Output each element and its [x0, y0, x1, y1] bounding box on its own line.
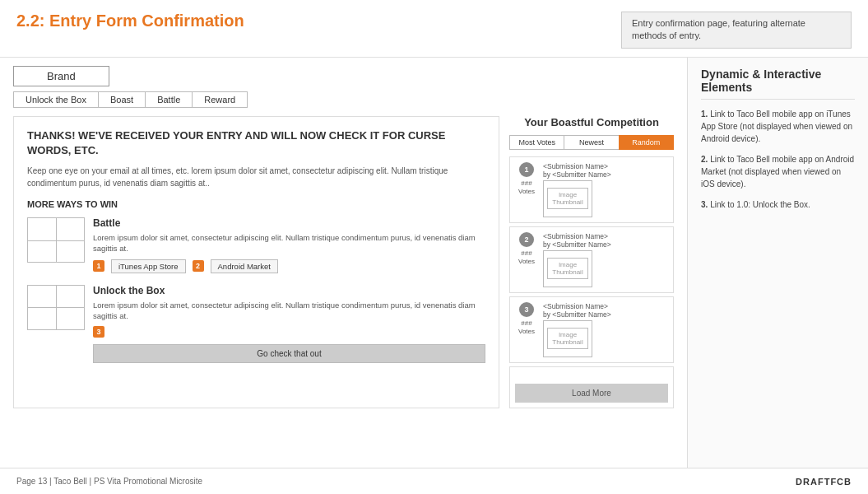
- go-check-button[interactable]: Go check that out: [93, 344, 485, 363]
- competition-item-1: 1 ###Votes <Submission Name>by <Submitte…: [509, 156, 674, 223]
- sidebar-item-3-num: 3.: [701, 200, 710, 209]
- votes-2: ###Votes: [518, 249, 535, 267]
- sidebar-heading: Dynamic & Interactive Elements: [701, 68, 855, 100]
- sidebar-item-2: 2. Link to Taco Bell mobile app on Andro…: [701, 153, 855, 190]
- sidebar-item-2-num: 2.: [701, 155, 710, 164]
- rank-area-2: 2 ###Votes: [515, 232, 538, 287]
- battle-desc: Lorem ipsum dolor sit amet, consectetur …: [93, 232, 485, 254]
- competition-item-3: 3 ###Votes <Submission Name>by <Submitte…: [509, 296, 674, 363]
- unlock-desc: Lorem ipsum dolor sit amet, consectetur …: [93, 300, 485, 322]
- badge-row-3: 3: [93, 326, 485, 338]
- page-footer: Page 13 | Taco Bell | PS Vita Promotiona…: [0, 468, 868, 494]
- tab-battle[interactable]: Battle: [145, 91, 192, 108]
- comp-info-2: <Submission Name>by <Submitter Name> Ima…: [543, 232, 668, 287]
- filter-tabs: Most Votes Newest Random: [509, 135, 674, 150]
- rank-area-1: 1 ###Votes: [515, 162, 538, 217]
- footer-left: Page 13 | Taco Bell | PS Vita Promotiona…: [16, 477, 202, 486]
- competition-item-2: 2 ###Votes <Submission Name>by <Submitte…: [509, 226, 674, 293]
- comp-thumb-2: ImageThumbnail: [543, 250, 592, 287]
- comp-thumb-inner-1: ImageThumbnail: [547, 188, 587, 209]
- rank-circle-3: 3: [519, 302, 534, 317]
- unlock-title: Unlock the Box: [93, 285, 485, 296]
- confirmation-heading: THANKS! WE'VE RECEIVED YOUR ENTRY AND WI…: [27, 128, 485, 158]
- comp-thumb-1: ImageThumbnail: [543, 180, 592, 217]
- brand-button[interactable]: Brand: [13, 66, 109, 86]
- battle-buttons: 1 iTunes App Store 2 Android Market: [93, 259, 485, 273]
- tab-boast[interactable]: Boast: [98, 91, 145, 108]
- comp-thumb-inner-3: ImageThumbnail: [547, 328, 587, 349]
- badge-1: 1: [93, 260, 104, 272]
- votes-1: ###Votes: [518, 179, 535, 197]
- filter-most-votes[interactable]: Most Votes: [509, 135, 564, 150]
- battle-title: Battle: [93, 217, 485, 229]
- battle-section: Battle Lorem ipsum dolor sit amet, conse…: [27, 217, 485, 273]
- competition-heading: Your Boastful Competition: [509, 116, 674, 128]
- unlock-cta-area: 3 Go check that out: [93, 326, 485, 363]
- badge-3: 3: [93, 326, 104, 338]
- unlock-content: Unlock the Box Lorem ipsum dolor sit ame…: [93, 285, 485, 364]
- sidebar-item-3-text: Link to 1.0: Unlock the Box.: [710, 200, 810, 209]
- right-sidebar: Dynamic & Interactive Elements 1. Link t…: [687, 58, 868, 481]
- load-more-area: Load More: [509, 366, 674, 408]
- main-layout: Brand Unlock the Box Boast Battle Reward…: [0, 58, 868, 481]
- page-title: 2.2: Entry Form Confirmation: [16, 12, 244, 30]
- more-ways-heading: MORE WAYS TO WIN: [27, 199, 485, 209]
- rank-circle-1: 1: [519, 162, 534, 177]
- content-area: Brand Unlock the Box Boast Battle Reward…: [0, 58, 687, 481]
- competition-panel: Your Boastful Competition Most Votes New…: [509, 116, 674, 408]
- comp-info-3: <Submission Name>by <Submitter Name> Ima…: [543, 302, 668, 357]
- rank-area-3: 3 ###Votes: [515, 302, 538, 357]
- tab-reward[interactable]: Reward: [192, 91, 248, 108]
- tab-unlock-the-box[interactable]: Unlock the Box: [13, 91, 98, 108]
- itunes-button[interactable]: iTunes App Store: [111, 259, 186, 273]
- android-button[interactable]: Android Market: [211, 259, 278, 273]
- header-note: Entry confirmation page, featuring alter…: [621, 12, 852, 49]
- sidebar-item-1-num: 1.: [701, 110, 710, 119]
- brand-bar: Brand: [13, 66, 674, 86]
- votes-3: ###Votes: [518, 319, 535, 337]
- sidebar-item-1: 1. Link to Taco Bell mobile app on iTune…: [701, 108, 855, 145]
- confirmation-body: Keep one eye on your email at all times,…: [27, 165, 485, 189]
- rank-circle-2: 2: [519, 232, 534, 247]
- submission-name-3: <Submission Name>by <Submitter Name>: [543, 302, 668, 319]
- submission-name-2: <Submission Name>by <Submitter Name>: [543, 232, 668, 249]
- comp-thumb-3: ImageThumbnail: [543, 320, 592, 357]
- battle-thumbnail: [27, 217, 85, 263]
- competition-list: 1 ###Votes <Submission Name>by <Submitte…: [509, 156, 674, 363]
- sidebar-item-1-text: Link to Taco Bell mobile app on iTunes A…: [701, 110, 852, 143]
- nav-tabs: Unlock the Box Boast Battle Reward: [13, 91, 674, 108]
- two-col: THANKS! WE'VE RECEIVED YOUR ENTRY AND WI…: [13, 116, 674, 408]
- filter-newest[interactable]: Newest: [564, 135, 618, 150]
- unlock-section: Unlock the Box Lorem ipsum dolor sit ame…: [27, 285, 485, 364]
- battle-content: Battle Lorem ipsum dolor sit amet, conse…: [93, 217, 485, 273]
- comp-info-1: <Submission Name>by <Submitter Name> Ima…: [543, 162, 668, 217]
- unlock-thumbnail: [27, 285, 85, 330]
- badge-2: 2: [193, 260, 204, 272]
- comp-thumb-inner-2: ImageThumbnail: [547, 258, 587, 279]
- footer-right: DRAFTFCB: [796, 477, 852, 487]
- left-panel: THANKS! WE'VE RECEIVED YOUR ENTRY AND WI…: [13, 116, 499, 408]
- page-header: 2.2: Entry Form Confirmation Entry confi…: [0, 0, 868, 58]
- submission-name-1: <Submission Name>by <Submitter Name>: [543, 162, 668, 179]
- sidebar-item-2-text: Link to Taco Bell mobile app on Android …: [701, 155, 854, 189]
- load-more-button[interactable]: Load More: [515, 384, 668, 403]
- filter-random[interactable]: Random: [619, 135, 674, 150]
- sidebar-item-3: 3. Link to 1.0: Unlock the Box.: [701, 198, 855, 211]
